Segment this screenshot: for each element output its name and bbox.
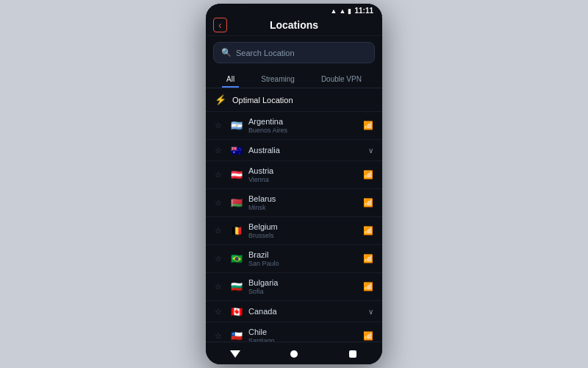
country-info: Bulgaria Sofia [248,278,359,295]
list-item[interactable]: ☆ 🇧🇪 Belgium Brussels 📶 [206,217,382,245]
country-flag: 🇧🇾 [229,198,244,208]
search-placeholder: Search Location [236,49,295,57]
tab-all[interactable]: All [222,72,239,88]
country-info: Chile Santiago [248,328,359,342]
list-item[interactable]: ☆ 🇦🇺 Australia ∨ [206,140,382,161]
search-bar[interactable]: 🔍 Search Location [213,42,375,63]
city-name: Vienna [248,176,359,183]
list-item[interactable]: ☆ 🇧🇷 Brazil San Paulo 📶 [206,245,382,273]
country-info: Australia [248,146,364,155]
tab-double-vpn[interactable]: Double VPN [317,72,366,88]
country-info: Brazil San Paulo [248,250,359,267]
status-bar: ▲ ▲ ▮ 11:11 [206,4,382,16]
city-name: Brussels [248,232,359,239]
signal-icon: ▲ [331,7,337,15]
country-name: Chile [248,328,359,336]
star-icon[interactable]: ☆ [215,331,225,341]
signal-strength-icon: 📶 [363,331,373,341]
country-flag: 🇦🇺 [229,145,244,155]
country-info: Argentina Buenos Aires [248,117,359,134]
signal-strength-icon: 📶 [363,226,373,236]
nav-home-button[interactable] [287,347,301,361]
city-name: Sofia [248,288,359,295]
country-name: Bulgaria [248,278,359,287]
list-item[interactable]: ☆ 🇧🇾 Belarus Minsk 📶 [206,189,382,217]
signal-strength-icon: 📶 [363,282,373,291]
list-item[interactable]: ☆ 🇦🇷 Argentina Buenos Aires 📶 [206,112,382,140]
expand-icon: ∨ [368,308,373,316]
star-icon[interactable]: ☆ [215,254,225,263]
signal-strength-icon: 📶 [363,254,373,263]
tabs-container: All Streaming Double VPN [206,69,382,88]
nav-recent-button[interactable] [345,347,360,361]
signal-strength-icon: 📶 [363,170,373,180]
list-item[interactable]: ☆ 🇦🇹 Austria Vienna 📶 [206,161,382,189]
phone-container: ▲ ▲ ▮ 11:11 ‹ Locations 🔍 Search Locatio… [206,4,382,364]
locations-list: ⚡ Optimal Location ☆ 🇦🇷 Argentina Buenos… [206,88,382,342]
signal-strength-icon: 📶 [363,121,373,130]
tab-streaming[interactable]: Streaming [257,72,299,88]
city-name: Buenos Aires [248,127,359,134]
country-info: Canada [248,307,364,316]
city-name: Minsk [248,204,359,211]
star-icon[interactable]: ☆ [215,121,225,130]
country-name: Argentina [248,117,359,126]
country-name: Belgium [248,222,359,231]
battery-icon: ▮ [348,7,351,15]
list-item[interactable]: ☆ 🇧🇬 Bulgaria Sofia 📶 [206,273,382,301]
back-button[interactable]: ‹ [213,18,227,32]
list-item[interactable]: ☆ 🇨🇦 Canada ∨ [206,301,382,322]
bottom-nav [206,342,382,364]
country-info: Austria Vienna [248,166,359,183]
page-title: Locations [213,19,375,31]
star-icon[interactable]: ☆ [215,198,225,208]
star-icon[interactable]: ☆ [215,170,225,180]
star-icon[interactable]: ☆ [215,226,225,236]
country-name: Austria [248,166,359,175]
list-item[interactable]: ☆ 🇨🇱 Chile Santiago 📶 [206,322,382,342]
country-info: Belarus Minsk [248,194,359,211]
nav-back-button[interactable] [228,347,243,361]
country-flag: 🇧🇪 [229,226,244,236]
country-name: Canada [248,307,364,316]
lightning-icon: ⚡ [215,94,226,105]
signal-strength-icon: 📶 [363,198,373,208]
city-name: San Paulo [248,260,359,267]
country-name: Belarus [248,194,359,203]
header: ‹ Locations [206,16,382,36]
country-flag: 🇦🇹 [229,170,244,180]
country-flag: 🇨🇦 [229,306,244,316]
star-icon[interactable]: ☆ [215,282,225,291]
expand-icon: ∨ [368,146,373,155]
wifi-icon: ▲ [340,7,346,15]
status-icons: ▲ ▲ ▮ [331,7,352,15]
country-flag: 🇧🇬 [229,282,244,292]
country-info: Belgium Brussels [248,222,359,239]
country-name: Brazil [248,250,359,259]
search-icon: 🔍 [221,48,232,57]
star-icon[interactable]: ☆ [215,146,225,155]
country-flag: 🇧🇷 [229,254,244,264]
optimal-location-label: Optimal Location [232,96,293,105]
star-icon[interactable]: ☆ [215,307,225,316]
country-flag: 🇨🇱 [229,331,244,342]
optimal-location-row[interactable]: ⚡ Optimal Location [206,88,382,112]
country-name: Australia [248,146,364,155]
country-flag: 🇦🇷 [229,121,244,131]
status-time: 11:11 [354,7,373,15]
